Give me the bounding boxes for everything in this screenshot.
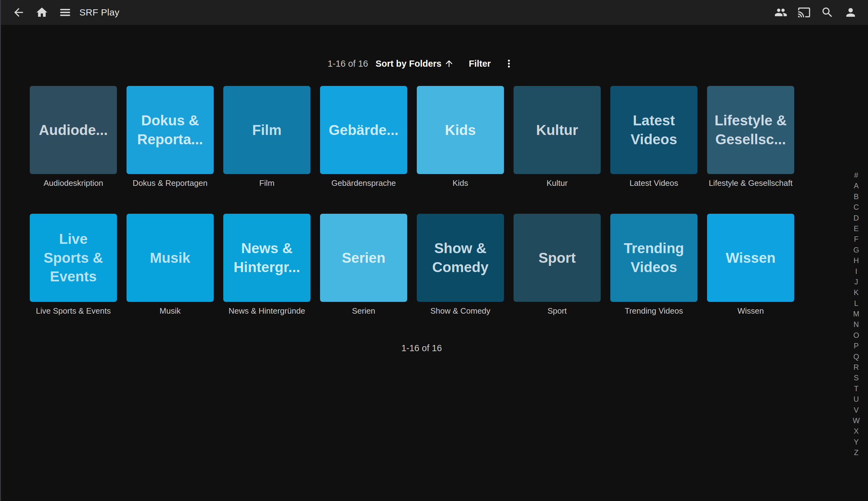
alpha-picker-letter[interactable]: D xyxy=(848,213,864,223)
library-tile[interactable]: Wissen xyxy=(707,214,794,302)
library-cell: Live Sports & Events Live Sports & Event… xyxy=(30,214,117,316)
library-tile[interactable]: Trending Videos xyxy=(610,214,697,302)
alpha-picker-letter[interactable]: I xyxy=(848,266,864,277)
tile-label: Serien xyxy=(320,306,407,316)
alpha-picker-letter[interactable]: G xyxy=(848,245,864,255)
filter-button[interactable]: Filter xyxy=(469,58,491,69)
library-cell: Musik Musik xyxy=(127,214,214,316)
alphabet-picker: #ABCDEFGHIJKLMNOPQRSTUVWXYZ xyxy=(848,170,864,458)
home-icon xyxy=(35,6,48,19)
alpha-picker-letter[interactable]: F xyxy=(848,234,864,244)
item-count: 1-16 of 16 xyxy=(327,58,368,69)
people-group-icon xyxy=(774,6,788,19)
cast-button[interactable] xyxy=(797,6,811,19)
library-grid: Audiode... Audiodeskription Dokus & Repo… xyxy=(30,86,794,316)
tile-label: Lifestyle & Gesellschaft xyxy=(707,178,794,188)
arrow-up-icon xyxy=(442,58,454,68)
alpha-picker-letter[interactable]: T xyxy=(848,383,864,394)
library-tile[interactable]: Show & Comedy xyxy=(417,214,504,302)
tile-label: Live Sports & Events xyxy=(30,306,117,316)
alpha-picker-letter[interactable]: B xyxy=(848,191,864,202)
alpha-picker-letter[interactable]: R xyxy=(848,362,864,373)
library-cell: Show & Comedy Show & Comedy xyxy=(417,214,504,316)
tile-label: Kultur xyxy=(513,178,601,188)
alpha-picker-letter[interactable]: # xyxy=(848,170,864,181)
cast-icon xyxy=(798,6,811,19)
sort-button[interactable]: Sort by Folders xyxy=(376,58,454,69)
alpha-picker-letter[interactable]: C xyxy=(848,202,864,213)
library-tile[interactable]: News & Hintergr... xyxy=(223,214,311,302)
tile-label: Dokus & Reportagen xyxy=(127,178,214,188)
back-button[interactable] xyxy=(12,6,25,19)
more-options-button[interactable] xyxy=(502,57,516,71)
library-tile[interactable]: Serien xyxy=(320,214,407,302)
top-app-bar: SRF Play xyxy=(0,0,868,25)
page-title: SRF Play xyxy=(79,7,119,18)
library-tile[interactable]: Dokus & Reporta... xyxy=(127,86,214,174)
library-cell: Dokus & Reporta... Dokus & Reportagen xyxy=(127,86,214,188)
tile-label: Musik xyxy=(127,306,214,316)
library-cell: Kultur Kultur xyxy=(513,86,601,188)
library-tile[interactable]: Sport xyxy=(513,214,601,302)
library-tile[interactable]: Gebärde... xyxy=(320,86,407,174)
alpha-picker-letter[interactable]: V xyxy=(848,405,864,415)
home-button[interactable] xyxy=(35,6,49,19)
listing-header: 1-16 of 16 Sort by Folders Filter xyxy=(0,57,843,71)
alpha-picker-letter[interactable]: P xyxy=(848,341,864,351)
alpha-picker-letter[interactable]: Z xyxy=(848,447,864,458)
library-tile[interactable]: Live Sports & Events xyxy=(30,214,117,302)
tile-label: Sport xyxy=(513,306,601,316)
alpha-picker-letter[interactable]: N xyxy=(848,319,864,330)
alpha-picker-letter[interactable]: L xyxy=(848,298,864,309)
library-content: 1-16 of 16 Sort by Folders Filter Audiod… xyxy=(0,25,843,501)
library-cell: Film Film xyxy=(223,86,311,188)
tile-label: Trending Videos xyxy=(610,306,697,316)
alpha-picker-letter[interactable]: W xyxy=(848,415,864,426)
tile-label: Latest Videos xyxy=(610,178,697,188)
search-icon xyxy=(821,6,834,19)
alpha-picker-letter[interactable]: X xyxy=(848,426,864,436)
alpha-picker-letter[interactable]: J xyxy=(848,277,864,287)
library-cell: Wissen Wissen xyxy=(707,214,794,316)
library-cell: News & Hintergr... News & Hintergründe xyxy=(223,214,311,316)
more-vert-icon xyxy=(503,58,515,70)
library-cell: Sport Sport xyxy=(513,214,601,316)
back-icon xyxy=(12,6,25,19)
library-cell: Gebärde... Gebärdensprache xyxy=(320,86,407,188)
tile-label: Audiodeskription xyxy=(30,178,117,188)
library-tile[interactable]: Lifestyle & Gesellsc... xyxy=(707,86,794,174)
alpha-picker-letter[interactable]: E xyxy=(848,223,864,234)
profile-button[interactable] xyxy=(844,6,857,19)
tile-label: Wissen xyxy=(707,306,794,316)
menu-button[interactable] xyxy=(58,6,72,19)
library-cell: Lifestyle & Gesellsc... Lifestyle & Gese… xyxy=(707,86,794,188)
sort-button-label: Sort by Folders xyxy=(376,58,442,69)
library-cell: Trending Videos Trending Videos xyxy=(610,214,697,316)
alpha-picker-letter[interactable]: Y xyxy=(848,437,864,447)
alpha-picker-letter[interactable]: H xyxy=(848,255,864,266)
alpha-picker-letter[interactable]: M xyxy=(848,309,864,319)
library-cell: Latest Videos Latest Videos xyxy=(610,86,697,188)
window-edge xyxy=(0,0,1,501)
tile-label: Gebärdensprache xyxy=(320,178,407,188)
search-button[interactable] xyxy=(821,6,834,19)
alpha-picker-letter[interactable]: Q xyxy=(848,351,864,362)
alpha-picker-letter[interactable]: A xyxy=(848,181,864,191)
person-icon xyxy=(844,6,857,19)
alpha-picker-letter[interactable]: O xyxy=(848,330,864,341)
users-button[interactable] xyxy=(774,6,788,19)
alpha-picker-letter[interactable]: S xyxy=(848,373,864,383)
tile-label: Film xyxy=(223,178,311,188)
library-tile[interactable]: Musik xyxy=(127,214,214,302)
hamburger-menu-icon xyxy=(58,6,72,19)
tile-label: News & Hintergründe xyxy=(223,306,311,316)
library-tile[interactable]: Audiode... xyxy=(30,86,117,174)
alpha-picker-letter[interactable]: K xyxy=(848,287,864,298)
footer-item-count: 1-16 of 16 xyxy=(0,343,843,353)
library-tile[interactable]: Kultur xyxy=(513,86,601,174)
library-tile[interactable]: Kids xyxy=(417,86,504,174)
app-root: SRF Play 1-16 of 16 Sort by xyxy=(0,0,868,501)
alpha-picker-letter[interactable]: U xyxy=(848,394,864,405)
library-tile[interactable]: Film xyxy=(223,86,311,174)
library-tile[interactable]: Latest Videos xyxy=(610,86,697,174)
